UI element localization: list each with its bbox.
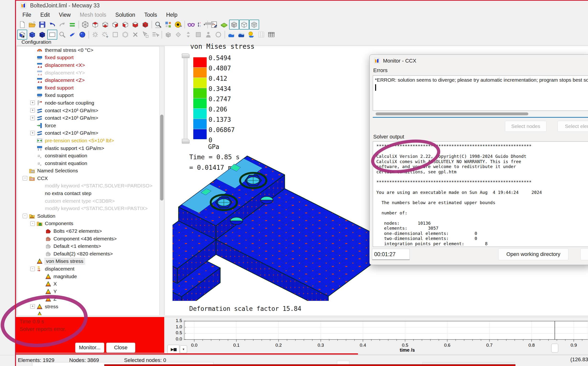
pick-node-button[interactable]: [140, 30, 150, 40]
tree-item[interactable]: X: [17, 280, 160, 288]
tree-item[interactable]: constraint equation: [17, 152, 160, 160]
gray-cube-button[interactable]: [163, 30, 173, 40]
undo-button[interactable]: [47, 20, 57, 30]
tree-item[interactable]: thermal stress <0 °C>: [17, 46, 160, 54]
wave-open-button[interactable]: [226, 30, 236, 40]
view-top-button[interactable]: [90, 20, 100, 30]
explode-button[interactable]: [90, 30, 100, 40]
tree-item[interactable]: + contact <2×10³ GPa/m>: [17, 130, 160, 137]
close-button[interactable]: Close: [106, 343, 135, 353]
tree-item[interactable]: elastic support <1 GPa/m>: [17, 145, 160, 152]
tree-item[interactable]: force: [17, 122, 160, 130]
tree-item[interactable]: magnitude: [17, 273, 160, 280]
tree-item[interactable]: no extra contact step: [17, 190, 160, 197]
menu-item[interactable]: File: [18, 10, 36, 19]
title-bar[interactable]: [16, 1, 588, 10]
menu-item[interactable]: Edit: [36, 10, 54, 19]
tree-item[interactable]: modify keyword <*STATIC,SOLVER=PASTIX>: [17, 205, 160, 212]
anaglyph-glasses-button[interactable]: [186, 20, 196, 30]
legend-slider-handle-top[interactable]: [182, 53, 189, 58]
tree-item[interactable]: fixed support: [17, 84, 160, 92]
tree-item[interactable]: Z: [17, 295, 160, 303]
legend-range-slider[interactable]: [184, 56, 187, 142]
zoom-select-button[interactable]: [57, 30, 67, 40]
tree-item[interactable]: + contact <2×10³ GPa/m>: [17, 114, 160, 122]
tree-expander[interactable]: +: [30, 116, 35, 120]
measure-button[interactable]: [173, 20, 183, 30]
tree-item[interactable]: displacement <Y>: [17, 69, 160, 77]
select-solid-dark-button[interactable]: [37, 30, 47, 40]
person-tool-button[interactable]: [203, 30, 213, 40]
tree-expander[interactable]: -: [30, 267, 35, 271]
sphere-select-button[interactable]: [77, 30, 87, 40]
dimensions-button[interactable]: ▼: [196, 20, 206, 30]
square-tool-button[interactable]: [110, 30, 120, 40]
mesh-view-button[interactable]: [249, 20, 259, 30]
redo-button[interactable]: [57, 20, 67, 30]
tree-item[interactable]: fixed support: [17, 92, 160, 99]
open-button[interactable]: [27, 20, 37, 30]
errors-hscrollbar-thumb[interactable]: [376, 113, 528, 115]
timeline-chart[interactable]: 0.00.10.20.30.40.50.60.70.80.91.51.00.50…: [164, 317, 588, 354]
configuration-tab[interactable]: Configuration: [22, 39, 51, 45]
duck-tool-button[interactable]: [246, 30, 256, 40]
tree-expander[interactable]: +: [30, 100, 35, 105]
delete-selection-button[interactable]: [130, 30, 140, 40]
tree-item[interactable]: fixed support: [17, 54, 160, 61]
open-working-directory-button[interactable]: Open working directory: [498, 248, 568, 260]
tree-expander[interactable]: -: [23, 214, 27, 218]
save-button[interactable]: [37, 20, 47, 30]
tree-item[interactable]: constraint equation: [17, 160, 160, 167]
diamond-tool-button[interactable]: [173, 30, 183, 40]
tree-item[interactable]: + stress: [17, 303, 160, 310]
tree-expander[interactable]: +: [30, 131, 35, 135]
table-view-button[interactable]: [266, 30, 276, 40]
gsquare-tool-button[interactable]: [193, 30, 203, 40]
select-rectangle-button[interactable]: [47, 30, 57, 40]
view-solid-button[interactable]: [140, 20, 150, 30]
timeline-options-dropdown[interactable]: ▼: [180, 345, 187, 353]
gcircle-tool-button[interactable]: [213, 30, 223, 40]
menu-item[interactable]: View: [54, 10, 75, 19]
view-left-button[interactable]: [120, 20, 130, 30]
tree-expander[interactable]: +: [30, 304, 35, 309]
updown-tool-button[interactable]: [183, 30, 193, 40]
view-axes-button[interactable]: [80, 20, 90, 30]
errors-hscrollbar[interactable]: [373, 111, 588, 116]
cage-tool-button[interactable]: [120, 30, 130, 40]
menu-item[interactable]: Solution: [111, 10, 140, 19]
pick-list-button[interactable]: [150, 30, 160, 40]
monitor-dialog-titlebar[interactable]: Monitor - CCX: [374, 58, 416, 64]
toolbar-grip[interactable]: [205, 23, 214, 25]
view-right-button[interactable]: [110, 20, 120, 30]
tree-item[interactable]: - Components: [17, 220, 160, 228]
play-pause-button[interactable]: ▶▮▮: [168, 345, 179, 354]
tree-item[interactable]: Default <1 elements>: [17, 242, 160, 250]
tree-item[interactable]: Component <436 elements>: [17, 235, 160, 243]
new-file-button[interactable]: [17, 20, 27, 30]
log-button-partial[interactable]: Lo: [580, 248, 588, 260]
select-faces-button[interactable]: [17, 30, 27, 40]
tree-item[interactable]: Named Selections: [17, 167, 160, 175]
grid-view-button[interactable]: [256, 30, 266, 40]
wireframe-view-button[interactable]: [239, 20, 249, 30]
tree-item[interactable]: displacement <Z>: [17, 76, 160, 84]
view-front-button[interactable]: [130, 20, 140, 30]
tree-item[interactable]: modify keyword <*STATIC,SOLVER=PARDISO>: [17, 182, 160, 190]
tree-item[interactable]: Y: [17, 288, 160, 295]
legend-slider-handle-bottom[interactable]: [182, 139, 189, 144]
tree-item[interactable]: - CCX: [17, 175, 160, 182]
tree-item[interactable]: Bolts <672 elements>: [17, 227, 160, 235]
tree-item[interactable]: custom element type <C3D8R>: [17, 197, 160, 205]
errors-textbox[interactable]: *ERROR: solution seems to diverge; pleas…: [373, 76, 588, 111]
tree-item[interactable]: Default(2) <820 elements>: [17, 250, 160, 258]
tree-expander[interactable]: +: [30, 108, 35, 113]
fit-view-button[interactable]: [163, 20, 173, 30]
tree-item[interactable]: [17, 310, 160, 316]
tree-expander[interactable]: -: [23, 176, 27, 181]
tree-item[interactable]: + contact <2×10³ GPa/m>: [17, 107, 160, 114]
zoom-button[interactable]: [153, 20, 163, 30]
menu-item[interactable]: Mesh tools: [75, 10, 111, 19]
monitor-button[interactable]: Monitor...: [75, 343, 104, 353]
select-elements-button[interactable]: Select elements: [558, 121, 588, 132]
